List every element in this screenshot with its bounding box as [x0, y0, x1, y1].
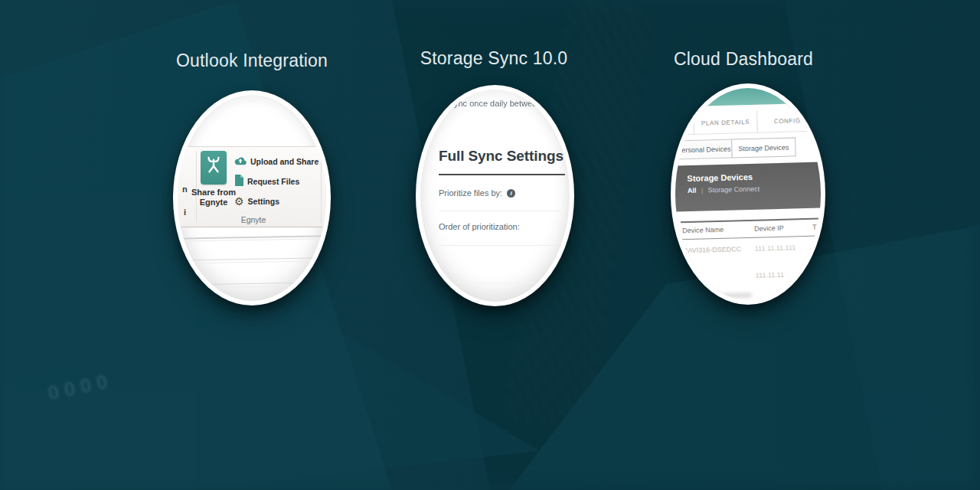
panel-filters: All | Storage Connect [688, 183, 821, 194]
background-faint-digits: 0000 [46, 368, 115, 405]
field-divider [436, 283, 566, 283]
filter-storage-connect[interactable]: Storage Connect [708, 185, 760, 194]
storage-devices-panel: Storage Devices All | Storage Connect [675, 162, 821, 212]
outlook-screenshot: n i Share from Egnyte [178, 95, 326, 301]
info-icon[interactable]: i [507, 189, 515, 198]
panel-title: Storage Devices [687, 170, 821, 183]
feature-title-outlook-integration: Outlook Integration [173, 51, 331, 71]
device-ip-cell: 111.11.11 [756, 271, 785, 279]
dashboard-tab-bar: ILE PLAN DETAILS CONFIGU [675, 109, 819, 136]
tab-plan-details[interactable]: PLAN DETAILS [693, 111, 758, 135]
ribbon-group-label: Egnyte [196, 215, 311, 224]
filter-all[interactable]: All [688, 187, 697, 194]
field-divider [439, 211, 561, 211]
ribbon-group-divider [196, 151, 197, 223]
ribbon-group-divider [321, 151, 322, 223]
cloud-dashboard-screenshot: ILE PLAN DETAILS CONFIGU Personal Device… [675, 88, 821, 300]
cloud-upload-icon [234, 155, 247, 168]
outlook-integration-bubble: n i Share from Egnyte [173, 90, 331, 305]
feature-title-storage-sync: Storage Sync 10.0 [413, 48, 574, 69]
feature-title-cloud-dashboard: Cloud Dashboard [663, 49, 824, 70]
sync-schedule-partial-text: Sync once daily between [420, 99, 570, 108]
upload-and-share-button[interactable]: Upload and Share [234, 152, 318, 172]
tab-configuration-partial[interactable]: CONFIGU [757, 109, 821, 132]
settings-button[interactable]: ⚙ Settings [234, 191, 318, 211]
column-partial: T [812, 224, 817, 231]
storage-sync-screenshot: Sync once daily between Full Sync Settin… [420, 90, 570, 302]
outlook-ribbon: n i Share from Egnyte [178, 146, 326, 227]
mail-list-lines [178, 95, 326, 96]
cloud-dashboard-bubble: ILE PLAN DETAILS CONFIGU Personal Device… [671, 83, 825, 305]
share-from-egnyte-button[interactable] [201, 151, 227, 185]
personal-devices-button[interactable]: Personal Devices [675, 139, 733, 160]
heading-underline [439, 174, 565, 175]
tab-profile-partial[interactable]: ILE [675, 113, 694, 136]
gear-icon: ⚙ [234, 196, 244, 207]
device-ip-cell: 111.11.11.111 [755, 243, 796, 252]
field-divider [439, 245, 563, 246]
storage-devices-button[interactable]: Storage Devices [731, 137, 796, 158]
column-device-name: Device Name [682, 226, 724, 234]
full-sync-settings-heading: Full Sync Settings [439, 148, 564, 165]
egnyte-logo-icon [205, 155, 222, 181]
storage-sync-bubble: Sync once daily between Full Sync Settin… [416, 85, 574, 306]
order-of-prioritization-field: Order of prioritization: [439, 222, 520, 231]
device-name-cell: RAVI316-DSEDCC [683, 245, 742, 254]
request-files-button[interactable]: Request Files [234, 172, 318, 191]
column-device-ip: Device IP [754, 224, 784, 233]
hero-banner: 0000 Outlook Integration Storage Sync 10… [0, 0, 980, 490]
request-files-icon [234, 175, 243, 189]
prioritize-files-field: Prioritize files by: i [439, 188, 515, 198]
ribbon-menu: Upload and Share Request Files ⚙ [234, 152, 318, 211]
ribbon-edge-fragment: i [184, 207, 186, 217]
device-name-cell: lhost [684, 273, 698, 281]
